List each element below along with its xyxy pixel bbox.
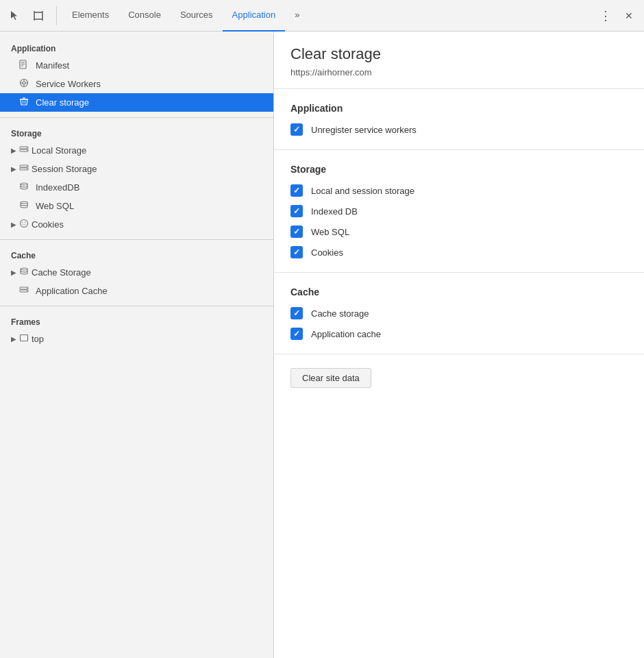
sidebar-item-indexeddb-label: IndexedDB <box>36 182 79 193</box>
web-sql-icon <box>19 200 29 212</box>
sidebar-section-storage: Storage <box>0 123 273 141</box>
checkmark-unregister-sw: ✓ <box>293 125 300 134</box>
svg-point-38 <box>27 288 27 289</box>
content-section-storage-title: Storage <box>290 164 628 175</box>
svg-point-28 <box>21 202 27 204</box>
sidebar-item-manifest[interactable]: Manifest <box>0 56 273 75</box>
tab-application[interactable]: Application <box>223 0 286 32</box>
sidebar: Application Manifest <box>0 32 274 658</box>
checkbox-row-cookies: ✓ Cookies <box>290 246 628 258</box>
checkbox-row-app-cache: ✓ Application cache <box>290 328 628 340</box>
tab-more[interactable]: » <box>285 0 309 32</box>
sidebar-item-cookies-label: Cookies <box>32 219 64 230</box>
divider-2 <box>0 239 273 240</box>
sidebar-item-local-storage-label: Local Storage <box>32 145 86 156</box>
svg-point-22 <box>27 150 27 151</box>
clear-storage-icon <box>19 97 29 108</box>
toolbar-icons-group <box>5 6 57 25</box>
clear-button-section: Clear site data <box>274 354 644 402</box>
expand-arrow-top: ▶ <box>11 335 16 343</box>
checkbox-row-cache-storage: ✓ Cache storage <box>290 307 628 319</box>
checkbox-cache-storage[interactable]: ✓ <box>290 307 303 319</box>
sidebar-item-web-sql[interactable]: Web SQL <box>0 197 273 215</box>
service-workers-icon <box>19 78 29 90</box>
close-devtools-button[interactable] <box>619 6 639 25</box>
sidebar-item-manifest-label: Manifest <box>36 60 69 71</box>
svg-point-10 <box>23 82 25 84</box>
tab-elements[interactable]: Elements <box>62 0 119 32</box>
frame-icon <box>19 333 29 345</box>
sidebar-item-service-workers[interactable]: Service Workers <box>0 75 273 93</box>
sidebar-item-cache-storage-label: Cache Storage <box>32 267 91 278</box>
content-section-application: Application ✓ Unregister service workers <box>274 89 644 150</box>
svg-rect-0 <box>34 12 42 19</box>
sidebar-item-application-cache-label: Application Cache <box>36 286 108 296</box>
checkmark-cache-storage: ✓ <box>293 308 300 318</box>
sidebar-item-cookies[interactable]: ▶ Cookies <box>0 215 273 234</box>
close-icon <box>625 10 633 22</box>
more-options-button[interactable] <box>596 6 615 25</box>
sidebar-item-application-cache[interactable]: Application Cache <box>0 282 273 300</box>
svg-point-32 <box>23 224 24 225</box>
cursor-tool-button[interactable] <box>5 6 25 25</box>
checkbox-indexed-db[interactable]: ✓ <box>290 205 303 217</box>
checkbox-label-indexed-db: Indexed DB <box>311 206 358 217</box>
local-storage-icon <box>19 145 29 156</box>
checkbox-label-cookies: Cookies <box>311 247 343 258</box>
checkbox-unregister-sw[interactable]: ✓ <box>290 123 303 136</box>
svg-point-27 <box>21 183 27 185</box>
tab-console[interactable]: Console <box>119 0 171 32</box>
cookies-icon <box>19 219 29 230</box>
sidebar-item-session-storage-label: Session Storage <box>32 164 97 174</box>
divider-3 <box>0 306 273 306</box>
checkbox-row-indexed-db: ✓ Indexed DB <box>290 205 628 217</box>
svg-point-26 <box>27 169 27 169</box>
checkbox-row-web-sql: ✓ Web SQL <box>290 226 628 238</box>
sidebar-item-clear-storage[interactable]: Clear storage <box>0 93 273 112</box>
inspect-element-button[interactable] <box>29 6 48 25</box>
checkmark-web-sql: ✓ <box>293 227 300 236</box>
checkbox-web-sql[interactable]: ✓ <box>290 226 303 238</box>
indexeddb-icon <box>19 182 29 193</box>
checkbox-cookies[interactable]: ✓ <box>290 246 303 258</box>
checkbox-label-app-cache: Application cache <box>311 329 381 339</box>
checkmark-local-session: ✓ <box>293 186 300 195</box>
svg-point-31 <box>25 221 25 222</box>
sidebar-item-service-workers-label: Service Workers <box>36 79 101 89</box>
tab-sources[interactable]: Sources <box>171 0 223 32</box>
content-section-cache-title: Cache <box>290 287 628 297</box>
checkbox-label-web-sql: Web SQL <box>311 227 349 237</box>
devtools-tabs: Elements Console Sources Application » <box>62 0 593 32</box>
svg-point-35 <box>21 268 27 270</box>
content-section-storage: Storage ✓ Local and session storage ✓ In… <box>274 150 644 273</box>
sidebar-item-session-storage[interactable]: ▶ Session Storage <box>0 160 273 178</box>
checkbox-label-unregister-sw: Unregister service workers <box>311 125 417 135</box>
dots-icon <box>599 8 612 23</box>
content-header: Clear storage https://airhorner.com <box>274 32 644 89</box>
sidebar-item-local-storage[interactable]: ▶ Local Storage <box>0 141 273 160</box>
sidebar-item-top-frame[interactable]: ▶ top <box>0 330 273 348</box>
session-storage-icon <box>19 163 29 175</box>
expand-arrow-cache-storage: ▶ <box>11 269 16 276</box>
application-cache-icon <box>19 285 29 297</box>
sidebar-item-cache-storage[interactable]: ▶ Cache Storage <box>0 263 273 282</box>
main-layout: Application Manifest <box>0 32 644 658</box>
manifest-icon <box>19 60 29 71</box>
sidebar-item-clear-storage-label: Clear storage <box>36 97 89 108</box>
sidebar-item-web-sql-label: Web SQL <box>36 201 74 211</box>
sidebar-item-indexeddb[interactable]: IndexedDB <box>0 178 273 197</box>
checkbox-local-session[interactable]: ✓ <box>290 184 303 197</box>
svg-point-21 <box>27 147 27 148</box>
checkmark-indexed-db: ✓ <box>293 206 300 216</box>
content-panel: Clear storage https://airhorner.com Appl… <box>274 32 644 658</box>
checkbox-row-local-session: ✓ Local and session storage <box>290 184 628 197</box>
cache-storage-icon <box>19 267 29 278</box>
svg-point-30 <box>22 222 23 223</box>
svg-point-39 <box>27 291 27 291</box>
devtools-toolbar: Elements Console Sources Application » <box>0 0 644 32</box>
checkbox-app-cache[interactable]: ✓ <box>290 328 303 340</box>
sidebar-section-frames: Frames <box>0 312 273 330</box>
toolbar-right-group <box>596 6 639 25</box>
clear-site-data-button[interactable]: Clear site data <box>290 368 371 388</box>
checkbox-label-cache-storage: Cache storage <box>311 308 369 319</box>
